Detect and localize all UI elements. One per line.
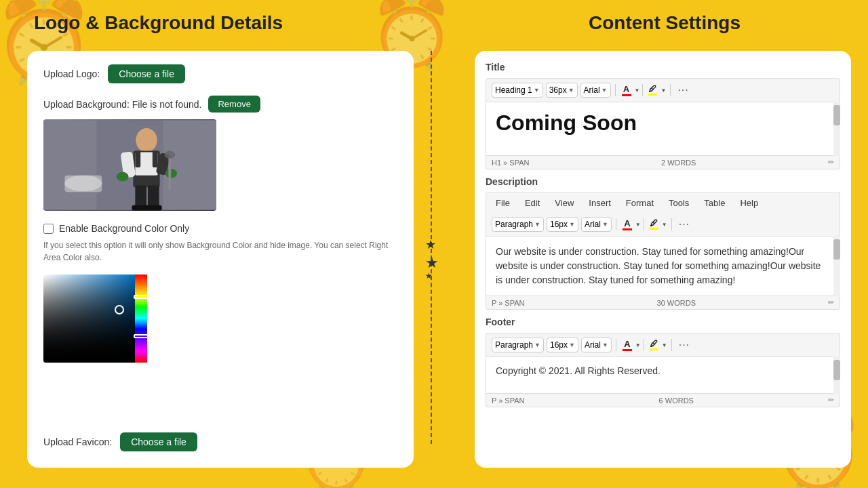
title-size-select[interactable]: 36px ▼ [546,83,578,98]
footer-font-select[interactable]: Arial ▼ [581,338,612,352]
title-font-select[interactable]: Arial ▼ [580,83,611,98]
upload-bg-row: Upload Background: File is not found. Re… [43,96,397,113]
footer-heading-select[interactable]: Paragraph ▼ [492,338,544,352]
desc-highlight-arrow[interactable]: ▼ [662,222,667,228]
footer-section-label: Footer [486,317,840,327]
footer-divider-2 [644,339,644,351]
desc-editor-area[interactable]: Our website is under construction. Stay … [486,236,840,296]
footer-font-arrow: ▼ [602,342,608,348]
svg-rect-15 [145,205,162,211]
color-gradient-overlay [43,274,135,363]
footer-divider-3 [671,339,672,351]
right-panel: Title Heading 1 ▼ 36px ▼ Arial ▼ A ▼ [475,51,851,468]
title-toolbar-more[interactable]: ··· [675,83,691,98]
footer-font-color-button[interactable]: A [620,339,634,352]
menu-edit[interactable]: Edit [522,197,542,209]
desc-editor-wrapper: Our website is under construction. Stay … [486,236,840,296]
footer-font-color-bar [623,349,632,351]
desc-status-bar: P » SPAN 30 WORDS ✏ [486,296,840,310]
toolbar-divider-1 [615,84,616,96]
title-status-bar: H1 » SPAN 2 WORDS ✏ [486,156,840,169]
font-color-button[interactable]: A [620,84,633,97]
remove-bg-button[interactable]: Remove [208,96,260,113]
title-status-path: H1 » SPAN [492,159,529,167]
choose-favicon-button[interactable]: Choose a file [120,432,197,451]
footer-highlight-bar [649,348,658,350]
desc-scrollbar-thumb[interactable] [833,239,840,260]
desc-highlight-button[interactable]: 🖊 [647,218,660,230]
font-highlight-button[interactable]: 🖊 [646,84,659,96]
title-scrollbar[interactable] [833,102,840,156]
color-cursor-top[interactable] [115,305,124,314]
footer-font-color-arrow[interactable]: ▼ [635,342,641,348]
footer-edit-icon[interactable]: ✏ [828,396,834,405]
color-strip-cursor-top[interactable] [134,295,149,299]
menu-view[interactable]: View [552,197,576,209]
left-panel: Upload Logo: Choose a file Upload Backgr… [27,51,414,468]
choose-logo-button[interactable]: Choose a file [108,64,185,83]
svg-rect-18 [168,157,171,190]
desc-size-select[interactable]: 16px ▼ [547,217,578,232]
upload-favicon-row: Upload Favicon: Choose a file [43,432,197,451]
title-edit-icon[interactable]: ✏ [828,158,834,167]
desc-heading-arrow: ▼ [534,221,540,228]
color-strip[interactable] [135,274,147,363]
color-picker[interactable] [43,274,199,363]
enable-bg-color-row: Enable Background Color Only [43,223,397,234]
upload-logo-label: Upload Logo: [43,68,100,79]
font-highlight-bar [648,94,657,96]
menu-file[interactable]: File [493,197,513,209]
footer-editor-area[interactable]: Copyright © 2021. All Rights Reserved. [486,357,840,394]
desc-edit-icon[interactable]: ✏ [828,298,834,307]
desc-font-select[interactable]: Arial ▼ [581,217,612,232]
font-color-arrow[interactable]: ▼ [635,87,640,94]
desc-font-color-arrow[interactable]: ▼ [635,222,641,228]
color-gradient[interactable] [43,274,135,363]
desc-heading-select[interactable]: Paragraph ▼ [492,217,544,232]
footer-status-bar: P » SPAN 6 WORDS ✏ [486,394,840,407]
upload-favicon-label: Upload Favicon: [43,436,112,447]
toolbar-divider-2 [642,84,643,96]
desc-divider-3 [671,218,672,230]
menu-format[interactable]: Format [623,197,656,209]
menu-help[interactable]: Help [737,197,761,209]
svg-rect-6 [135,150,140,167]
footer-font-color-btns: A ▼ 🖊 ▼ [620,339,667,352]
title-section: Title Heading 1 ▼ 36px ▼ Arial ▼ A ▼ [486,62,840,169]
svg-point-10 [117,172,129,182]
desc-menu-bar: File Edit View Insert Format Tools Table… [486,192,840,213]
desc-font-arrow: ▼ [602,221,608,228]
footer-heading-arrow: ▼ [534,342,540,348]
deco-star-2: ★ [425,254,439,272]
title-editor-area[interactable]: Coming Soon [486,102,840,156]
footer-divider-1 [616,339,616,351]
footer-scrollbar-thumb[interactable] [833,360,840,380]
footer-highlight-arrow[interactable]: ▼ [662,342,667,348]
menu-table[interactable]: Table [701,197,728,209]
desc-scrollbar[interactable] [833,236,840,296]
title-scrollbar-thumb[interactable] [833,105,840,125]
font-color-bar [622,94,631,96]
footer-size-select[interactable]: 16px ▼ [547,338,578,352]
desc-divider-2 [644,218,644,230]
footer-highlight-button[interactable]: 🖊 [647,339,660,351]
footer-toolbar: Paragraph ▼ 16px ▼ Arial ▼ A ▼ 🖊 [486,333,840,357]
footer-word-count: 6 WORDS [659,396,694,405]
desc-font-color-button[interactable]: A [620,218,634,231]
color-strip-cursor-bottom[interactable] [134,334,149,338]
svg-rect-17 [64,176,102,192]
title-toolbar: Heading 1 ▼ 36px ▼ Arial ▼ A ▼ 🖊 [486,78,840,102]
upload-logo-row: Upload Logo: Choose a file [43,64,397,83]
footer-section: Footer Paragraph ▼ 16px ▼ Arial ▼ A ▼ [486,317,840,407]
highlight-arrow[interactable]: ▼ [660,87,666,94]
desc-word-count: 30 WORDS [657,299,696,307]
footer-toolbar-more[interactable]: ··· [676,338,692,352]
desc-toolbar-more[interactable]: ··· [676,217,692,232]
menu-insert[interactable]: Insert [586,197,614,209]
svg-rect-7 [153,150,158,167]
footer-scrollbar[interactable] [833,357,840,394]
menu-tools[interactable]: Tools [666,197,692,209]
title-heading-select[interactable]: Heading 1 ▼ [492,83,543,98]
enable-bg-color-label[interactable]: Enable Background Color Only [59,223,189,234]
enable-bg-color-checkbox[interactable] [43,224,54,234]
